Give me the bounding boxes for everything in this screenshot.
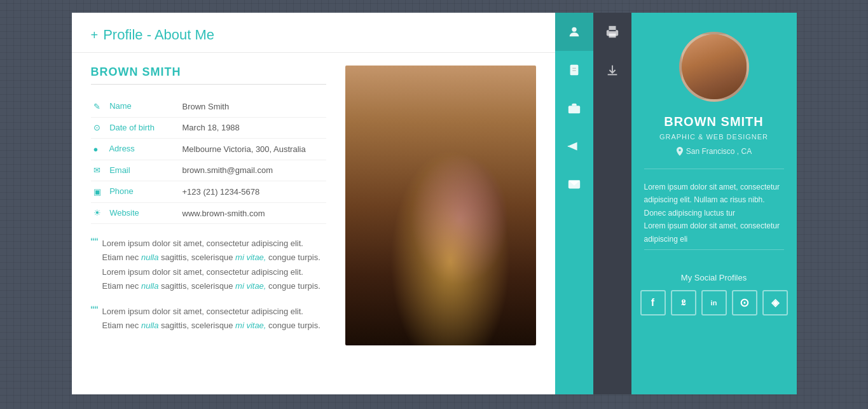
nav-megaphone-button[interactable] [555,127,593,165]
profile-name: BROWN SMITH [91,66,326,79]
briefcase-nav-icon [567,101,581,115]
svg-rect-1 [570,65,578,76]
field-website-value: www.brown-smith.com [180,202,326,224]
field-dob-value: March 18, 1988 [180,117,326,139]
print-icon [605,25,619,39]
field-address-value: Melbourne Victoria, 300, Australia [180,139,326,160]
nav-person-button[interactable] [555,13,593,51]
nav-briefcase-button[interactable] [555,89,593,127]
location-pin-icon [676,147,684,156]
right-column [345,66,536,345]
icon-sidebar [555,13,593,394]
person-icon: ✎ [93,102,104,112]
field-email-value: brown.smith@gmail.com [180,160,326,181]
nav-document-button[interactable] [555,51,593,89]
field-name-value: Brown Smith [180,96,326,117]
info-table: ✎ Name Brown Smith ⊙ Date of birth March… [91,96,326,224]
icon-sidebar-bottom [593,13,631,394]
email-icon: ✉ [93,165,104,176]
svg-rect-9 [609,34,616,38]
envelope-nav-icon [567,177,581,191]
field-phone-value: +123 (21) 1234-5678 [180,181,326,203]
download-button[interactable] [593,51,631,89]
phone-icon: ▣ [93,187,104,197]
globe-icon: ☀ [93,208,104,218]
card-bio: Lorem ipsum dolor sit amet, consectetur … [644,181,784,246]
table-row: ▣ Phone +123 (21) 1234-5678 [91,181,326,203]
field-address-label: ● Adress [91,139,180,160]
card-job-title: GRAPHIC & WEB DESIGNER [659,133,768,141]
field-website-label: ☀ Website [91,202,180,224]
bio-paragraph-2: Lorem ipsum dolor sit amet, consectetur … [91,305,326,333]
desk-photo-image [345,66,536,345]
field-dob-label: ⊙ Date of birth [91,117,180,139]
table-row: ✎ Name Brown Smith [91,96,326,117]
profile-photo [345,66,536,345]
table-row: ✉ Email brown.smith@gmail.com [91,160,326,181]
avatar [679,32,749,102]
name-divider [91,84,326,85]
avatar-image [682,34,747,99]
table-row: ● Adress Melbourne Victoria, 300, Austra… [91,139,326,160]
field-phone-label: ▣ Phone [91,181,180,203]
header-title: Profile - About Me [103,27,214,43]
table-row: ⊙ Date of birth March 18, 1988 [91,117,326,139]
facebook-button[interactable]: f [640,290,666,315]
person-nav-icon [567,25,581,39]
nav-envelope-button[interactable] [555,165,593,204]
card-location: San Francisco , CA [676,147,752,156]
table-row: ☀ Website www.brown-smith.com [91,202,326,224]
svg-rect-4 [568,106,579,113]
dribbble-button[interactable]: ⊙ [732,290,757,315]
card-divider [644,169,784,169]
plus-icon: + [91,28,99,43]
document-nav-icon [567,63,581,77]
field-name-label: ✎ Name [91,96,180,117]
card-name: BROWN SMITH [664,114,764,129]
field-email-label: ✉ Email [91,160,180,181]
svg-rect-10 [609,30,616,31]
calendar-icon: ⊙ [93,123,104,133]
download-icon [605,63,619,77]
left-column: BROWN SMITH ✎ Name Brown Smith [91,66,326,345]
card-divider-2 [644,249,784,250]
linkedin-button[interactable]: in [701,290,727,315]
page-title: + Profile - About Me [91,27,536,43]
bio-paragraph-1: Lorem ipsum dolor sit amet, consectetur … [91,237,326,293]
social-title: My Social Profiles [681,273,747,282]
layers-button[interactable]: ◈ [762,290,788,315]
profile-card: BROWN SMITH GRAPHIC & WEB DESIGNER San F… [631,13,797,394]
content-area: BROWN SMITH ✎ Name Brown Smith [72,66,555,345]
social-icons-container: f 𝕷 in ⊙ ◈ [640,290,788,315]
twitter-button[interactable]: 𝕷 [671,290,696,315]
location-icon: ● [93,144,104,155]
megaphone-nav-icon [567,139,581,153]
svg-point-0 [572,27,576,32]
main-panel: + Profile - About Me BROWN SMITH ✎ Name [72,13,555,394]
page-header: + Profile - About Me [72,13,555,53]
svg-rect-7 [609,26,616,30]
print-button[interactable] [593,13,631,51]
